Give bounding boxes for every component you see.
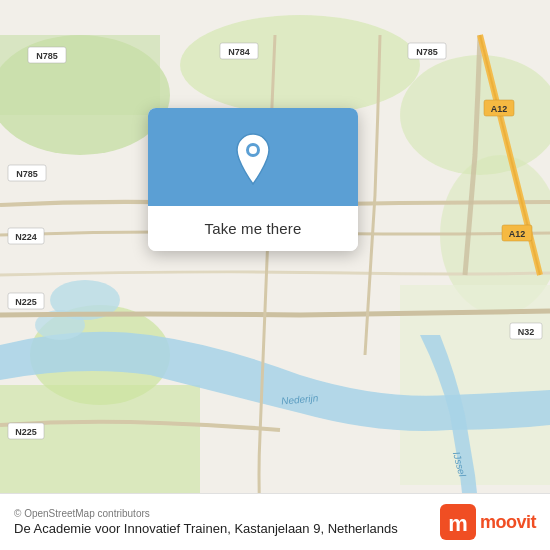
- svg-text:N785: N785: [416, 47, 438, 57]
- moovit-logo: m moovit: [440, 504, 536, 540]
- svg-text:A12: A12: [509, 229, 526, 239]
- location-popup: Take me there: [148, 108, 358, 251]
- svg-text:N785: N785: [36, 51, 58, 61]
- svg-text:N224: N224: [15, 232, 37, 242]
- svg-text:N785: N785: [16, 169, 38, 179]
- copyright-text: © OpenStreetMap contributors: [14, 508, 398, 519]
- svg-text:A12: A12: [491, 104, 508, 114]
- moovit-brand-text: moovit: [480, 512, 536, 533]
- svg-text:m: m: [448, 511, 468, 536]
- map-background: N785 N785 N784 N784 N785 A12 A12 N224 N2…: [0, 0, 550, 550]
- svg-text:N784: N784: [228, 47, 250, 57]
- svg-point-36: [249, 146, 257, 154]
- svg-point-3: [180, 15, 420, 115]
- svg-rect-2: [0, 35, 160, 115]
- popup-header: [148, 108, 358, 206]
- address-text: De Academie voor Innovatief Trainen, Kas…: [14, 521, 398, 536]
- bottom-info: © OpenStreetMap contributors De Academie…: [14, 508, 398, 536]
- svg-text:N225: N225: [15, 297, 37, 307]
- map-container: N785 N785 N784 N784 N785 A12 A12 N224 N2…: [0, 0, 550, 550]
- moovit-icon: m: [440, 504, 476, 540]
- location-pin-icon: [231, 132, 275, 188]
- svg-text:N32: N32: [518, 327, 535, 337]
- svg-text:N225: N225: [15, 427, 37, 437]
- bottom-bar: © OpenStreetMap contributors De Academie…: [0, 493, 550, 550]
- take-me-there-button[interactable]: Take me there: [148, 206, 358, 251]
